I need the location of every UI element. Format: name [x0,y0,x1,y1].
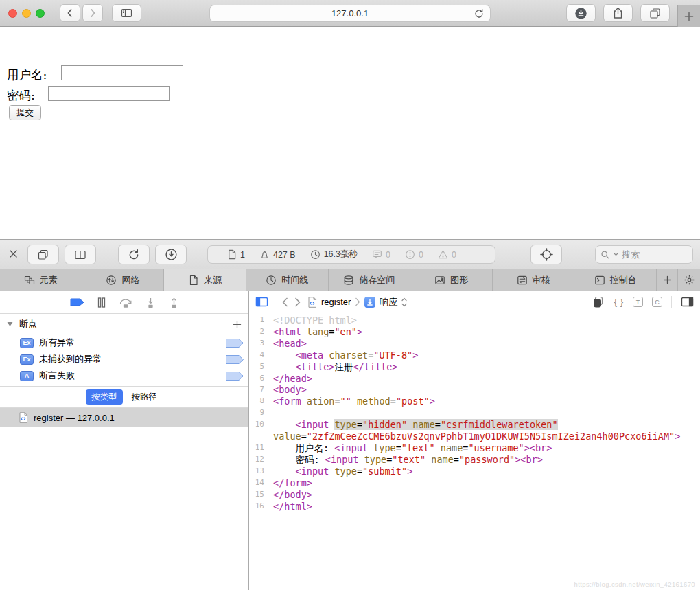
code-line[interactable]: value="2zfZmCeeZcCME6bzuVs2qnvPphbT1myO1… [249,431,700,442]
disclosure-triangle-icon[interactable] [7,321,13,327]
tab-storage[interactable]: 储存空间 [329,269,411,291]
zoom-window-button[interactable] [36,9,45,18]
code-line[interactable]: 11 用户名: <input type="text" name="usernam… [249,442,700,454]
line-number[interactable] [249,431,268,442]
reload-icon[interactable] [474,8,485,19]
code-line[interactable]: 12 密码: <input type="text" name="password… [249,454,700,466]
step-over-icon[interactable] [119,297,132,308]
inspector-reload-button[interactable] [118,245,150,264]
line-number[interactable]: 15 [249,489,268,501]
pretty-print-icon[interactable]: { } [614,297,624,307]
tab-sources[interactable]: 来源 [164,269,246,291]
inspector-settings-button[interactable] [678,269,700,291]
breadcrumb-panel[interactable]: 响应 [380,296,397,308]
code-line[interactable]: 3<head> [249,338,700,350]
code-coverage-icon[interactable]: C [652,297,662,307]
breakpoints-toggle-icon[interactable] [70,298,84,306]
line-number[interactable]: 8 [249,396,268,407]
console-count-stat[interactable]: 0 [372,249,390,260]
tab-timelines[interactable]: 时间线 [246,269,329,291]
tab-graphics[interactable]: 图形 [410,269,493,291]
username-field[interactable] [61,65,183,80]
breakpoint-flag-icon[interactable] [226,372,244,381]
local-override-icon[interactable] [592,296,605,308]
code-line[interactable]: 4 <meta charset="UTF-8"> [249,350,700,361]
line-number[interactable]: 13 [249,466,268,477]
load-time-stat[interactable]: 16.3毫秒 [310,249,358,260]
code-line[interactable]: 8<form ation="" method="post"> [249,396,700,407]
code-line[interactable]: 13 <input type="submit"> [249,466,700,477]
breakpoint-flag-icon[interactable] [226,355,244,364]
code-line[interactable]: 6</head> [249,373,700,385]
close-inspector-button[interactable] [8,249,19,259]
line-number[interactable]: 10 [249,419,268,431]
line-number[interactable]: 1 [249,315,268,326]
line-number[interactable]: 14 [249,477,268,489]
source-code-editor[interactable]: 1<!DOCTYPE html>2<html lang="en">3<head>… [249,313,700,590]
transfer-size-stat[interactable]: 427 B [259,249,296,260]
forward-button[interactable] [82,4,103,22]
inspector-search[interactable] [595,245,693,264]
back-button[interactable] [60,4,80,22]
code-line[interactable]: 7<body> [249,384,700,396]
line-number[interactable]: 9 [249,407,268,419]
type-profiler-icon[interactable]: T [633,297,643,307]
tab-elements[interactable]: 元素 [0,269,82,291]
sort-chevrons-icon[interactable] [401,297,407,307]
new-tab-button[interactable] [677,5,700,27]
submit-button[interactable]: 提交 [9,105,41,120]
code-line[interactable]: 2<html lang="en"> [249,326,700,338]
details-sidebar-toggle-icon[interactable] [681,297,694,307]
line-number[interactable]: 3 [249,338,268,350]
sidebar-toggle-button[interactable] [112,4,141,22]
line-number[interactable]: 2 [249,326,268,338]
show-tabs-button[interactable] [640,4,670,22]
line-number[interactable]: 12 [249,454,268,466]
detach-inspector-button[interactable] [27,245,59,264]
save-file-button[interactable] [155,245,187,264]
step-into-icon[interactable] [145,297,156,308]
line-number[interactable]: 11 [249,442,268,454]
add-tab-button[interactable] [657,269,678,291]
breakpoint-row[interactable]: Ex所有异常 [0,334,248,351]
line-number[interactable]: 7 [249,384,268,396]
line-number[interactable]: 4 [249,350,268,361]
error-count-stat[interactable]: 0 [405,249,423,260]
dock-side-button[interactable] [65,245,96,264]
scope-button[interactable]: 按类型 [86,389,123,405]
breadcrumb-resource[interactable]: register [321,297,351,307]
downloads-button[interactable] [566,4,596,22]
history-forward-icon[interactable] [294,297,301,307]
panel-sidebar-toggle-icon[interactable] [255,297,268,307]
code-line[interactable]: 14</form> [249,477,700,489]
line-number[interactable]: 16 [249,501,268,512]
url-bar[interactable]: 127.0.0.1 [209,5,491,22]
element-picker-button[interactable] [530,245,562,264]
history-back-icon[interactable] [281,297,288,307]
add-breakpoint-button[interactable] [233,320,242,329]
breakpoint-flag-icon[interactable] [226,339,244,348]
tab-audit[interactable]: 审核 [493,269,575,291]
search-input[interactable] [622,249,687,260]
share-button[interactable] [603,4,633,22]
minimize-window-button[interactable] [22,9,31,18]
scope-button[interactable]: 按路径 [126,389,163,405]
code-line[interactable]: 9 [249,407,700,419]
code-line[interactable]: 5 <title>注册</title> [249,361,700,373]
tab-network[interactable]: 网络 [82,269,165,291]
code-line[interactable]: 16</html> [249,501,700,512]
breakpoint-row[interactable]: A断言失败 [0,367,248,384]
pause-icon[interactable] [97,297,106,308]
code-line[interactable]: 1<!DOCTYPE html> [249,315,700,326]
tab-console[interactable]: 控制台 [574,269,657,291]
password-field[interactable] [48,86,170,101]
code-line[interactable]: 10 <input type="hidden" name="csrfmiddle… [249,419,700,431]
breakpoint-row[interactable]: Ex未捕获到的异常 [0,351,248,367]
warning-count-stat[interactable]: 0 [438,249,456,260]
resource-count-stat[interactable]: 1 [227,249,245,260]
close-window-button[interactable] [8,9,17,18]
line-number[interactable]: 5 [249,361,268,373]
step-out-icon[interactable] [169,297,179,308]
resource-row[interactable]: register — 127.0.0.1 [0,408,248,427]
line-number[interactable]: 6 [249,373,268,385]
